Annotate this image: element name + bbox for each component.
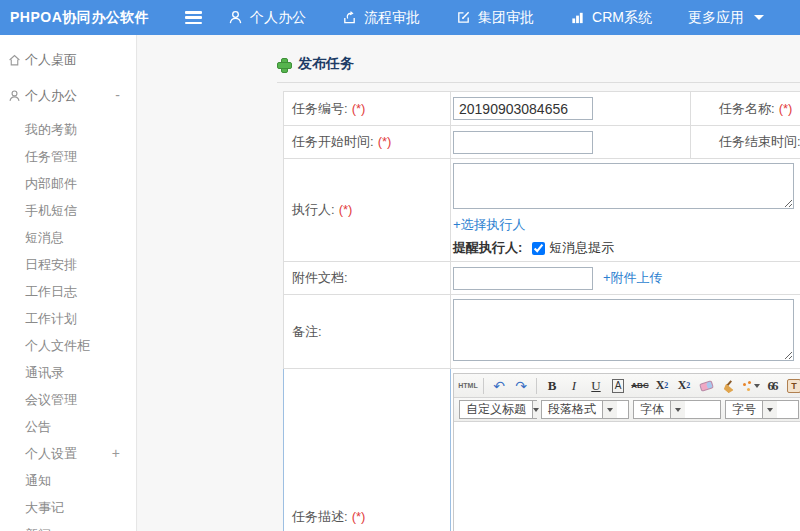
bold-button[interactable]: B — [542, 376, 562, 396]
chevron-down-icon — [754, 384, 760, 388]
start-time-input-cell — [451, 126, 691, 159]
subscript-button[interactable]: X2 — [674, 376, 694, 396]
sidebar-item-personal-settings[interactable]: 个人设置 + — [0, 440, 136, 467]
page-title: 发布任务 — [298, 55, 354, 73]
choose-executor-link[interactable]: +选择执行人 — [453, 217, 526, 232]
clipboard-glyph: T — [787, 379, 800, 393]
expand-icon[interactable]: + — [112, 440, 120, 467]
required-mark: (*) — [352, 101, 366, 116]
field-label: 附件文档: — [292, 270, 348, 285]
bar-chart-icon — [570, 10, 585, 25]
custom-heading-select[interactable]: 自定义标题 — [459, 400, 537, 419]
sidebar-item-meeting-management[interactable]: 会议管理 — [0, 386, 136, 413]
italic-button[interactable]: I — [564, 376, 584, 396]
sidebar-item-my-attendance[interactable]: 我的考勤 — [0, 116, 136, 143]
sidebar-item-personal-office[interactable]: 个人办公 - — [0, 79, 136, 112]
field-label: 任务描述: — [292, 509, 348, 524]
sms-tip-label: 短消息提示 — [549, 239, 614, 257]
sidebar-item-label: 工作日志 — [25, 284, 77, 299]
end-time-label-cell: 任务结束时间:(*) — [691, 126, 800, 159]
sidebar-item-label: 我的考勤 — [25, 122, 77, 137]
field-label: 执行人: — [292, 202, 335, 217]
menu-toggle-icon[interactable] — [185, 11, 202, 24]
task-name-label-cell: 任务名称:(*) — [691, 92, 800, 126]
sidebar-item-task-management[interactable]: 任务管理 — [0, 143, 136, 170]
undo-icon[interactable]: ↶ — [489, 376, 509, 396]
edit-icon — [456, 10, 471, 25]
font-style-button[interactable]: A — [608, 376, 628, 396]
sidebar-item-label: 个人文件柜 — [25, 338, 90, 353]
user-icon — [228, 10, 243, 25]
required-mark: (*) — [352, 509, 366, 524]
sub-exp: 2 — [686, 381, 690, 390]
sidebar-item-memorabilia[interactable]: 大事记 — [0, 494, 136, 521]
row-task-number: 任务编号:(*) 任务名称:(*) — [284, 92, 800, 126]
sidebar-item-label: 会议管理 — [25, 392, 77, 407]
sidebar-item-internal-mail[interactable]: 内部邮件 — [0, 170, 136, 197]
add-plus-icon — [277, 58, 290, 71]
row-description: 任务描述:(*) HTML ↶ ↷ B I U A ABC X2 — [284, 369, 800, 531]
sidebar-item-notice[interactable]: 通知 — [0, 467, 136, 494]
task-form-table: 任务编号:(*) 任务名称:(*) 任务开始时间:(*) 任务结束时间:(*) … — [283, 91, 800, 531]
row-attachment: 附件文档: +附件上传 — [284, 262, 800, 295]
sidebar-item-personal-files[interactable]: 个人文件柜 — [0, 332, 136, 359]
sup-exp: 2 — [664, 381, 668, 390]
required-mark: (*) — [779, 101, 793, 116]
nav-workflow-approval[interactable]: 流程审批 — [342, 9, 420, 27]
format-brush-icon[interactable] — [718, 376, 738, 396]
sidebar-item-announcement[interactable]: 公告 — [0, 413, 136, 440]
remark-textarea[interactable] — [453, 299, 794, 361]
executor-textarea[interactable] — [453, 163, 794, 209]
nav-crm-system[interactable]: CRM系统 — [570, 9, 652, 27]
sms-tip-checkbox[interactable] — [532, 242, 545, 255]
sidebar-item-label: 任务管理 — [25, 149, 77, 164]
sidebar-item-schedule[interactable]: 日程安排 — [0, 251, 136, 278]
eraser-icon[interactable] — [696, 376, 716, 396]
underline-button[interactable]: U — [586, 376, 606, 396]
user-icon — [8, 89, 21, 102]
paragraph-format-select[interactable]: 段落格式 — [541, 400, 629, 419]
chevron-down-icon — [754, 15, 764, 20]
sub-base: X — [678, 378, 687, 393]
strikethrough-button[interactable]: ABC — [630, 376, 650, 396]
nav-label: 更多应用 — [688, 9, 744, 27]
top-header: PHPOA协同办公软件 个人办公 流程审批 集团审批 CRM系统 — [0, 0, 800, 35]
sidebar-item-work-log[interactable]: 工作日志 — [0, 278, 136, 305]
blockquote-icon[interactable]: 66 — [762, 376, 782, 396]
toolbar-separator — [536, 378, 537, 394]
sidebar-item-mobile-sms[interactable]: 手机短信 — [0, 197, 136, 224]
attachment-input[interactable] — [453, 267, 593, 290]
editor-content-area[interactable] — [454, 422, 800, 531]
app-logo: PHPOA协同办公软件 — [10, 9, 173, 27]
superscript-button[interactable]: X2 — [652, 376, 672, 396]
quick-format-icon[interactable] — [740, 376, 760, 396]
nav-personal-office[interactable]: 个人办公 — [228, 9, 306, 27]
field-label: 任务名称: — [719, 101, 775, 116]
attachment-upload-link[interactable]: +附件上传 — [603, 269, 663, 287]
nav-group-approval[interactable]: 集团审批 — [456, 9, 534, 27]
select-label: 字号 — [726, 401, 762, 418]
chevron-down-icon — [670, 401, 685, 418]
sidebar-item-label: 手机短信 — [25, 203, 77, 218]
top-nav: 个人办公 流程审批 集团审批 CRM系统 更多应用 — [228, 9, 800, 27]
paste-template-icon[interactable]: T — [784, 376, 800, 396]
redo-icon[interactable]: ↷ — [511, 376, 531, 396]
sidebar-item-label: 通知 — [25, 473, 51, 488]
font-family-select[interactable]: 字体 — [633, 400, 721, 419]
task-number-input[interactable] — [453, 97, 593, 120]
collapse-icon[interactable]: - — [115, 79, 120, 112]
field-label: 任务结束时间: — [719, 134, 800, 149]
nav-more-apps[interactable]: 更多应用 — [688, 9, 764, 27]
sidebar: 个人桌面 个人办公 - 我的考勤 任务管理 内部邮件 手机短信 短消息 日程安排… — [0, 35, 137, 531]
select-label: 段落格式 — [542, 401, 602, 418]
sidebar-item-short-message[interactable]: 短消息 — [0, 224, 136, 251]
attachment-input-cell: +附件上传 — [451, 262, 800, 295]
font-size-select[interactable]: 字号 — [725, 400, 799, 419]
start-time-label-cell: 任务开始时间:(*) — [284, 126, 451, 159]
sidebar-item-contacts[interactable]: 通讯录 — [0, 359, 136, 386]
html-source-button[interactable]: HTML — [458, 376, 478, 396]
sidebar-item-news[interactable]: 新闻 — [0, 521, 136, 531]
sidebar-item-work-plan[interactable]: 工作计划 — [0, 305, 136, 332]
start-time-input[interactable] — [453, 131, 593, 154]
sidebar-item-personal-desktop[interactable]: 个人桌面 — [0, 43, 136, 76]
